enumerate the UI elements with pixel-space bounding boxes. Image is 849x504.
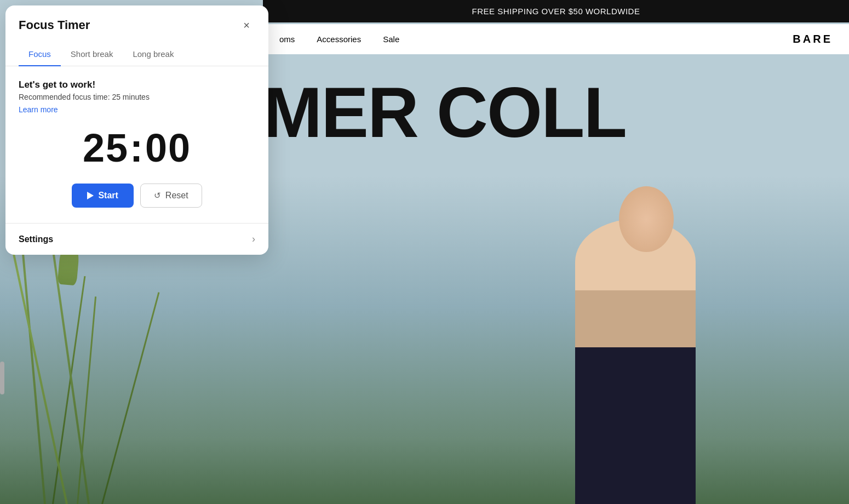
timer-buttons: Start ↺ Reset <box>19 184 255 208</box>
settings-label: Settings <box>19 234 53 244</box>
work-title: Let's get to work! <box>19 79 255 90</box>
chevron-right-icon: › <box>252 233 255 245</box>
start-button[interactable]: Start <box>72 184 133 208</box>
timer-minutes: 25 <box>83 126 129 170</box>
nav-bar: oms Accessories Sale BARE <box>263 24 849 54</box>
banner-text: FREE SHIPPING OVER $50 WORLDWIDE <box>472 7 640 16</box>
nav-item-sale[interactable]: Sale <box>383 35 399 44</box>
play-icon <box>87 192 94 199</box>
settings-row[interactable]: Settings › <box>5 223 268 255</box>
start-label: Start <box>98 191 118 201</box>
popup-content: Let's get to work! Recommended focus tim… <box>5 66 268 223</box>
nav-item-rooms[interactable]: oms <box>279 35 295 44</box>
tab-short-break[interactable]: Short break <box>61 43 123 66</box>
reed-4 <box>77 296 96 504</box>
timer-display: 25:00 <box>19 125 255 170</box>
popup-header: Focus Timer × <box>5 5 268 43</box>
scrollbar[interactable] <box>0 362 4 394</box>
reset-label: Reset <box>165 191 188 201</box>
person-silhouette <box>575 219 696 504</box>
tab-focus[interactable]: Focus <box>19 43 61 66</box>
timer-colon: : <box>130 125 144 170</box>
tab-long-break[interactable]: Long break <box>123 43 183 66</box>
hero-headline: MER COLL <box>263 77 626 148</box>
learn-more-link[interactable]: Learn more <box>19 105 58 114</box>
timer-tabs: Focus Short break Long break <box>5 43 268 66</box>
person-head <box>619 186 674 252</box>
timer-seconds: 00 <box>145 126 191 170</box>
brand-logo: BARE <box>793 33 833 45</box>
work-description: Recommended focus time: 25 minutes <box>19 93 255 101</box>
reed-1 <box>21 242 46 504</box>
reset-icon: ↺ <box>154 191 161 201</box>
focus-timer-popup: Focus Timer × Focus Short break Long bre… <box>5 5 268 255</box>
shipping-banner: FREE SHIPPING OVER $50 WORLDWIDE <box>263 0 849 22</box>
reset-button[interactable]: ↺ Reset <box>140 184 202 208</box>
popup-title: Focus Timer <box>19 18 90 32</box>
close-button[interactable]: × <box>238 16 255 34</box>
nav-item-accessories[interactable]: Accessories <box>317 35 361 44</box>
reed-6 <box>101 292 159 504</box>
